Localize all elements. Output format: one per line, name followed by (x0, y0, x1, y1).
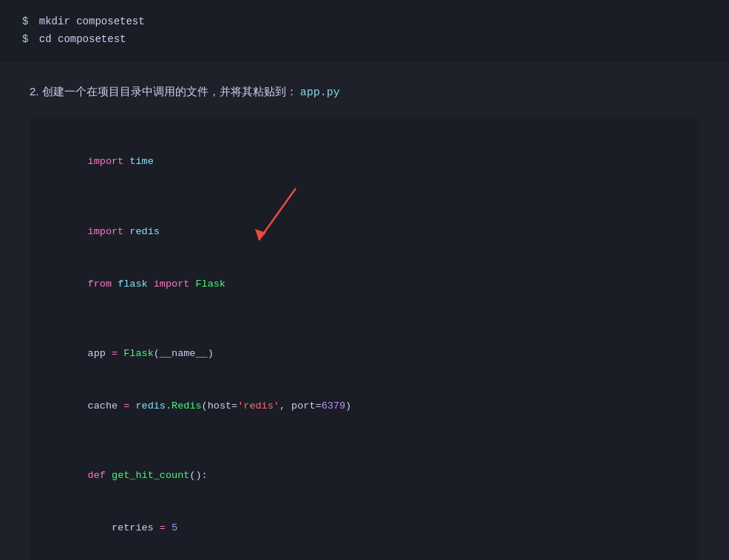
code-line-3: import redis (52, 205, 677, 258)
cmd-2: cd composetest (39, 33, 126, 45)
step-number: 2. (30, 85, 39, 98)
step-title: 2. 创建一个在项目目录中调用的文件，并将其粘贴到： app.py (30, 83, 699, 102)
code-line-1: import time (52, 136, 677, 188)
terminal-line-2: $ cd composetest (22, 31, 707, 49)
code-line-5 (52, 310, 677, 328)
terminal-line-1: $ mkdir composetest (22, 13, 707, 31)
step-text: 创建一个在项目目录中调用的文件，并将其粘贴到： (42, 85, 297, 98)
prompt-2: $ (22, 33, 28, 45)
cmd-1: mkdir composetest (39, 16, 145, 27)
prompt-1: $ (22, 16, 28, 27)
code-line-4: from flask import Flask (52, 258, 677, 310)
code-line-9: def get_hit_count(): (52, 450, 677, 502)
page-container: $ mkdir composetest $ cd composetest 2. … (0, 0, 729, 560)
code-line-7: cache = redis.Redis(host='redis', port=6… (52, 380, 677, 432)
step-section: 2. 创建一个在项目目录中调用的文件，并将其粘贴到： app.py (0, 62, 729, 109)
code-line-11: while True: (52, 555, 677, 560)
code-line-2 (52, 188, 677, 205)
code-line-6: app = Flask(__name__) (52, 327, 677, 380)
terminal-section: $ mkdir composetest $ cd composetest (0, 0, 729, 62)
step-filename: app.py (300, 86, 340, 99)
code-block: import time import redis from flask impo… (30, 118, 699, 560)
code-line-10: retries = 5 (52, 502, 677, 555)
code-line-8 (52, 432, 677, 450)
